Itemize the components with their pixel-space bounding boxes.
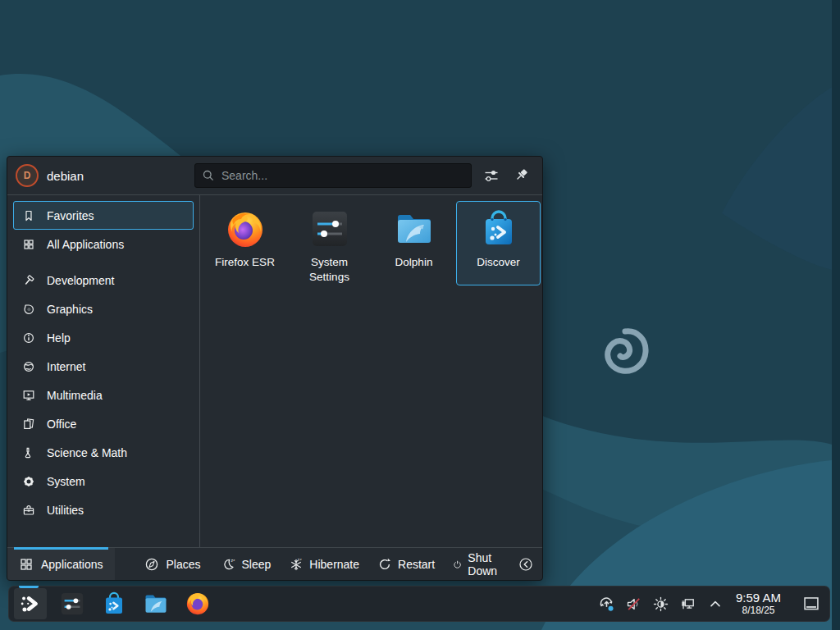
action-label: Sleep <box>242 558 272 571</box>
flask-icon <box>22 446 35 459</box>
pin-button[interactable] <box>511 166 531 185</box>
tab-places[interactable]: Places <box>133 548 212 580</box>
sidebar-label: Graphics <box>47 303 93 316</box>
system-tray: 9:59 AM 8/18/25 <box>597 591 821 616</box>
volume[interactable] <box>624 594 644 614</box>
launcher-footer: Applications Places z z Sleep <box>7 547 542 580</box>
sidebar-label: Multimedia <box>47 389 103 402</box>
sidebar-item-system[interactable]: System <box>13 467 194 495</box>
taskbar-dolphin[interactable] <box>139 588 172 619</box>
collapse-footer-button[interactable] <box>512 548 540 580</box>
expand-tray-icon <box>707 596 724 612</box>
graphics-icon <box>22 303 35 316</box>
application-launcher-icon <box>18 591 43 616</box>
sidebar-item-all-applications[interactable]: All Applications <box>13 230 194 258</box>
sleep-button[interactable]: z z Sleep <box>212 548 281 580</box>
sidebar-item-multimedia[interactable]: Multimedia <box>13 381 194 409</box>
sidebar-item-office[interactable]: Office <box>13 409 194 438</box>
software-update-icon <box>598 596 615 613</box>
sidebar-item-science-math[interactable]: Science & Math <box>13 438 194 467</box>
action-label: Hibernate <box>309 558 359 571</box>
app-cell-dolphin[interactable]: Dolphin <box>372 201 456 285</box>
taskbar-firefox[interactable] <box>181 588 214 619</box>
sidebar-item-favorites[interactable]: Favorites <box>13 201 194 230</box>
sidebar-label: Help <box>47 331 71 345</box>
app-label: Firefox ESR <box>206 255 285 270</box>
app-label: Dolphin <box>375 255 454 270</box>
clock-date: 8/18/25 <box>742 605 774 616</box>
category-sidebar: Favorites All Applications <box>7 195 200 547</box>
network-icon <box>679 596 696 613</box>
app-label: System Settings <box>290 255 369 285</box>
sidebar-label: Utilities <box>47 504 84 517</box>
chevron-left-circle-icon <box>518 557 533 572</box>
discover-icon <box>479 209 518 249</box>
show-desktop[interactable] <box>801 594 821 614</box>
sidebar-label: Favorites <box>47 209 94 222</box>
user-name: debian <box>47 169 84 183</box>
grid-icon <box>19 557 34 572</box>
taskbar-application-launcher[interactable] <box>14 588 47 619</box>
restart-icon <box>377 557 392 572</box>
digital-clock[interactable]: 9:59 AM 8/18/25 <box>736 591 781 616</box>
software-updates[interactable] <box>597 594 617 614</box>
globe-icon <box>22 360 35 373</box>
svg-text:z: z <box>233 557 235 561</box>
app-label: Discover <box>459 255 538 270</box>
info-icon <box>22 331 35 345</box>
sidebar-section-gap <box>7 258 199 266</box>
sidebar-label: All Applications <box>47 238 124 251</box>
app-cell-discover[interactable]: Discover <box>456 201 541 285</box>
shut-down-button[interactable]: Shut Down <box>444 548 512 580</box>
favorites-grid: Firefox ESR System Settings <box>200 195 542 547</box>
network[interactable] <box>678 594 698 614</box>
sidebar-label: Internet <box>47 360 85 373</box>
power-icon <box>453 557 462 572</box>
sliders-icon <box>482 167 500 185</box>
dolphin-icon <box>144 591 168 616</box>
sidebar-item-utilities[interactable]: Utilities <box>13 495 194 524</box>
sidebar-item-internet[interactable]: Internet <box>13 352 194 381</box>
hibernate-button[interactable]: z z Hibernate <box>280 548 368 580</box>
sidebar-item-graphics[interactable]: Graphics <box>13 294 194 323</box>
grid-icon <box>22 238 35 251</box>
gear-icon <box>22 475 35 488</box>
app-cell-firefox-esr[interactable]: Firefox ESR <box>203 201 287 285</box>
toolbox-icon <box>22 504 35 517</box>
sidebar-label: Office <box>47 418 76 431</box>
sidebar-label: System <box>47 475 85 488</box>
hammer-icon <box>22 274 35 287</box>
sidebar-label: Science & Math <box>47 446 127 459</box>
sidebar-item-development[interactable]: Development <box>13 266 194 294</box>
app-cell-system-settings[interactable]: System Settings <box>287 201 372 285</box>
volume-muted-icon <box>625 596 642 613</box>
configure-button[interactable] <box>482 166 501 185</box>
search-icon <box>202 169 215 182</box>
documents-icon <box>22 418 35 431</box>
moon-icon: z z <box>221 557 236 572</box>
application-launcher-popup: D debian <box>7 156 543 581</box>
search-box[interactable] <box>194 163 472 188</box>
brightness[interactable] <box>651 594 671 614</box>
brightness-icon <box>652 596 669 613</box>
sidebar-item-help[interactable]: Help <box>13 323 194 352</box>
tab-applications[interactable]: Applications <box>7 548 115 580</box>
show-desktop-icon <box>802 595 820 613</box>
bookmark-icon <box>22 209 35 222</box>
dolphin-icon <box>395 209 434 249</box>
svg-text:z: z <box>300 557 302 560</box>
taskbar-discover[interactable] <box>98 588 130 619</box>
session-actions: z z Sleep z z Hibernate <box>212 548 543 580</box>
user-avatar[interactable]: D <box>16 164 39 187</box>
action-label: Restart <box>398 558 435 571</box>
search-input[interactable] <box>220 168 464 183</box>
taskbar-system-settings[interactable] <box>56 588 89 619</box>
action-label: Shut Down <box>468 551 503 578</box>
restart-button[interactable]: Restart <box>368 548 444 580</box>
launcher-header: D debian <box>7 157 542 195</box>
taskbar-panel: 9:59 AM 8/18/25 <box>8 586 830 622</box>
expand-tray[interactable] <box>705 594 725 614</box>
tab-label: Applications <box>41 558 103 571</box>
compass-icon <box>144 557 159 572</box>
firefox-icon <box>185 591 210 616</box>
